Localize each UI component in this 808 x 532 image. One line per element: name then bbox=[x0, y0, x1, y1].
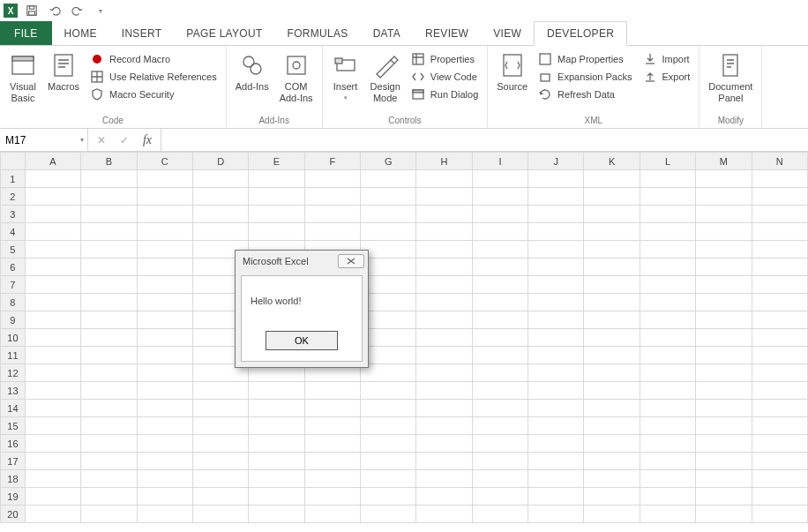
cell[interactable] bbox=[249, 382, 304, 400]
cell[interactable] bbox=[696, 364, 752, 382]
cell[interactable] bbox=[416, 364, 472, 382]
cell[interactable] bbox=[696, 188, 752, 206]
cell[interactable] bbox=[249, 453, 304, 470]
cell[interactable] bbox=[752, 435, 807, 453]
cell[interactable] bbox=[584, 223, 640, 241]
cell[interactable] bbox=[361, 435, 416, 453]
cell[interactable] bbox=[137, 400, 192, 417]
cell[interactable] bbox=[472, 311, 527, 329]
cell[interactable] bbox=[640, 488, 695, 506]
cell[interactable] bbox=[81, 506, 137, 523]
import-button[interactable]: Import bbox=[640, 51, 694, 67]
cell[interactable] bbox=[584, 276, 640, 294]
cell[interactable] bbox=[584, 382, 640, 400]
cell[interactable] bbox=[137, 488, 192, 506]
cell[interactable] bbox=[640, 382, 695, 400]
name-box-input[interactable] bbox=[5, 134, 82, 146]
cell[interactable] bbox=[752, 329, 807, 347]
column-header[interactable]: J bbox=[528, 153, 584, 170]
cell[interactable] bbox=[640, 241, 695, 259]
row-header[interactable]: 6 bbox=[1, 259, 26, 276]
cell[interactable] bbox=[584, 453, 640, 470]
tab-home[interactable]: HOME bbox=[52, 21, 109, 45]
cell[interactable] bbox=[472, 276, 527, 294]
cell[interactable] bbox=[528, 400, 584, 417]
cell[interactable] bbox=[25, 488, 80, 506]
cell[interactable] bbox=[249, 417, 304, 435]
cell[interactable] bbox=[249, 435, 304, 453]
cell[interactable] bbox=[416, 206, 472, 223]
cell[interactable] bbox=[249, 470, 304, 488]
column-header[interactable]: I bbox=[472, 153, 527, 170]
cell[interactable] bbox=[640, 435, 695, 453]
cell[interactable] bbox=[361, 241, 416, 259]
select-all-corner[interactable] bbox=[1, 153, 26, 170]
cell[interactable] bbox=[416, 347, 472, 364]
cell[interactable] bbox=[416, 311, 472, 329]
cell[interactable] bbox=[137, 170, 192, 188]
cell[interactable] bbox=[696, 400, 752, 417]
cell[interactable] bbox=[81, 223, 137, 241]
cell[interactable] bbox=[192, 170, 248, 188]
cell[interactable] bbox=[25, 347, 80, 364]
cell[interactable] bbox=[752, 170, 807, 188]
name-box[interactable]: ▾ bbox=[0, 129, 88, 151]
cell[interactable] bbox=[752, 188, 807, 206]
cell[interactable] bbox=[696, 488, 752, 506]
cell[interactable] bbox=[192, 382, 248, 400]
cell[interactable] bbox=[249, 223, 304, 241]
column-header[interactable]: L bbox=[640, 153, 695, 170]
tab-developer[interactable]: DEVELOPER bbox=[534, 21, 627, 46]
cell[interactable] bbox=[416, 417, 472, 435]
cell[interactable] bbox=[472, 435, 527, 453]
row-header[interactable]: 18 bbox=[1, 470, 26, 488]
cell[interactable] bbox=[528, 276, 584, 294]
cell[interactable] bbox=[304, 453, 360, 470]
cell[interactable] bbox=[752, 206, 807, 223]
cell[interactable] bbox=[752, 488, 807, 506]
document-panel-button[interactable]: DocumentPanel bbox=[705, 49, 756, 114]
cell[interactable] bbox=[361, 417, 416, 435]
macro-security-button[interactable]: Macro Security bbox=[86, 86, 221, 102]
cell[interactable] bbox=[249, 206, 304, 223]
cell[interactable] bbox=[137, 506, 192, 523]
cell[interactable] bbox=[81, 311, 137, 329]
cell[interactable] bbox=[640, 294, 695, 311]
cell[interactable] bbox=[192, 506, 248, 523]
tab-review[interactable]: REVIEW bbox=[413, 21, 481, 45]
cell[interactable] bbox=[304, 170, 360, 188]
column-header[interactable]: M bbox=[696, 153, 752, 170]
cell[interactable] bbox=[137, 417, 192, 435]
cell[interactable] bbox=[81, 259, 137, 276]
cell[interactable] bbox=[584, 417, 640, 435]
view-code-button[interactable]: View Code bbox=[408, 69, 482, 85]
cell[interactable] bbox=[25, 294, 80, 311]
cell[interactable] bbox=[25, 206, 80, 223]
cell[interactable] bbox=[25, 188, 80, 206]
cell[interactable] bbox=[25, 276, 80, 294]
cell[interactable] bbox=[528, 382, 584, 400]
cell[interactable] bbox=[696, 294, 752, 311]
cell[interactable] bbox=[528, 329, 584, 347]
cell[interactable] bbox=[192, 417, 248, 435]
cell[interactable] bbox=[472, 347, 527, 364]
cell[interactable] bbox=[696, 170, 752, 188]
cell[interactable] bbox=[752, 506, 807, 523]
cell[interactable] bbox=[472, 364, 527, 382]
cell[interactable] bbox=[416, 259, 472, 276]
cell[interactable] bbox=[472, 259, 527, 276]
column-header[interactable]: H bbox=[416, 153, 472, 170]
cell[interactable] bbox=[25, 506, 80, 523]
cell[interactable] bbox=[25, 223, 80, 241]
row-header[interactable]: 11 bbox=[1, 347, 26, 364]
cell[interactable] bbox=[416, 241, 472, 259]
cell[interactable] bbox=[584, 435, 640, 453]
cell[interactable] bbox=[25, 241, 80, 259]
tab-page-layout[interactable]: PAGE LAYOUT bbox=[174, 21, 274, 45]
cell[interactable] bbox=[25, 259, 80, 276]
cell[interactable] bbox=[528, 453, 584, 470]
cell[interactable] bbox=[752, 241, 807, 259]
cell[interactable] bbox=[137, 435, 192, 453]
cell[interactable] bbox=[304, 470, 360, 488]
column-header[interactable]: F bbox=[304, 153, 360, 170]
